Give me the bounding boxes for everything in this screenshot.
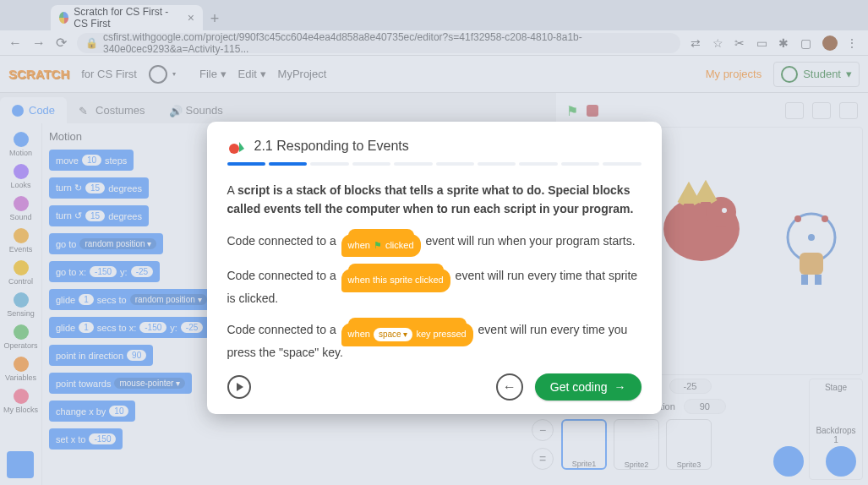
get-coding-button[interactable]: Get coding→ bbox=[535, 373, 641, 401]
lesson-title: 2.1 Responding to Events bbox=[254, 139, 409, 154]
event-chip-key: whenspace ▾key pressed bbox=[341, 323, 473, 346]
progress-bar bbox=[227, 162, 641, 166]
lesson-body: A script is a stack of blocks that tells… bbox=[227, 181, 641, 362]
previous-step-button[interactable]: ← bbox=[496, 373, 523, 401]
svg-point-10 bbox=[229, 144, 239, 154]
event-chip-flag: when⚑clicked bbox=[341, 234, 421, 258]
lesson-icon bbox=[227, 137, 246, 155]
event-chip-sprite: when this sprite clicked bbox=[341, 269, 450, 292]
play-video-button[interactable] bbox=[227, 375, 251, 399]
arrow-right-icon: → bbox=[614, 380, 626, 394]
lesson-modal: 2.1 Responding to Events A script is a s… bbox=[207, 122, 662, 414]
lesson-overlay: 2.1 Responding to Events A script is a s… bbox=[0, 0, 868, 485]
